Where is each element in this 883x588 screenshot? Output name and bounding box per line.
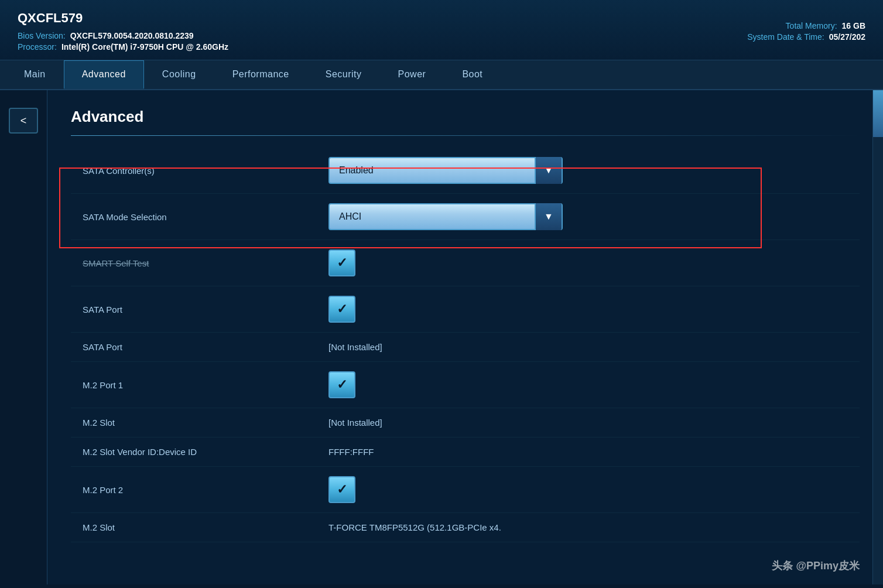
scrollbar-thumb[interactable] <box>873 90 883 137</box>
tab-power[interactable]: Power <box>380 60 444 89</box>
sata-controllers-label: SATA Controller(s) <box>71 166 328 176</box>
m2-slot-2-control: T-FORCE TM8FP5512G (512.1GB-PCIe x4. <box>328 522 860 532</box>
datetime-label: System Date & Time: <box>747 32 824 42</box>
sata-port-1-checkmark: ✓ <box>337 302 347 317</box>
tab-cooling[interactable]: Cooling <box>144 60 214 89</box>
setting-row-sata-port-1: SATA Port ✓ <box>71 286 860 333</box>
memory-value: 16 GB <box>842 21 865 30</box>
setting-row-m2-slot-1: M.2 Slot [Not Installed] <box>71 408 860 437</box>
tab-boot[interactable]: Boot <box>444 60 501 89</box>
tab-performance[interactable]: Performance <box>214 60 307 89</box>
sata-mode-value: AHCI <box>330 211 535 222</box>
main-content: < Advanced SATA Controller(s) Enabled ▼ … <box>0 90 883 584</box>
m2-port-1-label: M.2 Port 1 <box>71 380 328 390</box>
m2-slot-1-label: M.2 Slot <box>71 418 328 428</box>
smart-checkbox[interactable]: ✓ <box>328 249 355 276</box>
tab-advanced[interactable]: Advanced <box>64 60 144 89</box>
sata-port-1-control: ✓ <box>328 296 860 323</box>
memory-label: Total Memory: <box>786 21 837 30</box>
setting-row-smart: SMART Self Test ✓ <box>71 240 860 286</box>
m2-slot-2-label: M.2 Slot <box>71 522 328 532</box>
m2-slot-2-value: T-FORCE TM8FP5512G (512.1GB-PCIe x4. <box>328 522 501 532</box>
m2-port-1-checkbox[interactable]: ✓ <box>328 371 355 398</box>
sata-controllers-value: Enabled <box>330 165 535 176</box>
sidebar-nav: < <box>0 90 47 584</box>
setting-row-m2-vendor: M.2 Slot Vendor ID:Device ID FFFF:FFFF <box>71 437 860 467</box>
m2-port-2-label: M.2 Port 2 <box>71 485 328 495</box>
m2-port-1-checkmark: ✓ <box>337 377 347 392</box>
panel-title: Advanced <box>71 108 860 126</box>
setting-row-sata-mode: SATA Mode Selection AHCI ▼ <box>71 194 860 240</box>
datetime-value: 05/27/202 <box>829 32 865 42</box>
sata-mode-control: AHCI ▼ <box>328 203 860 230</box>
m2-slot-1-control: [Not Installed] <box>328 418 860 428</box>
sata-controllers-arrow[interactable]: ▼ <box>535 157 562 184</box>
settings-list: SATA Controller(s) Enabled ▼ SATA Mode S… <box>71 148 860 542</box>
m2-port-1-control: ✓ <box>328 371 860 398</box>
back-icon: < <box>20 115 27 127</box>
setting-row-sata-controllers: SATA Controller(s) Enabled ▼ <box>71 148 860 194</box>
smart-checkmark: ✓ <box>337 255 347 271</box>
m2-vendor-label: M.2 Slot Vendor ID:Device ID <box>71 447 328 457</box>
panel-divider <box>71 135 860 136</box>
sata-mode-arrow[interactable]: ▼ <box>535 203 562 230</box>
tab-main[interactable]: Main <box>6 60 64 89</box>
sata-port-2-label: SATA Port <box>71 342 328 352</box>
sata-port-1-label: SATA Port <box>71 305 328 314</box>
processor-label: Processor: <box>18 42 57 52</box>
bios-version-label: Bios Version: <box>18 31 66 40</box>
sata-mode-label: SATA Mode Selection <box>71 212 328 222</box>
sata-controllers-control: Enabled ▼ <box>328 157 860 184</box>
setting-row-sata-port-2: SATA Port [Not Installed] <box>71 333 860 362</box>
setting-row-m2-port-2: M.2 Port 2 ✓ <box>71 467 860 513</box>
watermark: 头条 @PPimy皮米 <box>772 559 860 573</box>
smart-label: SMART Self Test <box>71 258 328 268</box>
m2-slot-1-value: [Not Installed] <box>328 418 382 428</box>
setting-row-m2-port-1: M.2 Port 1 ✓ <box>71 362 860 408</box>
bios-title: QXCFL579 <box>18 11 228 26</box>
sata-controllers-dropdown[interactable]: Enabled ▼ <box>328 157 563 184</box>
sata-port-1-checkbox[interactable]: ✓ <box>328 296 355 323</box>
tab-security[interactable]: Security <box>307 60 380 89</box>
m2-port-2-checkmark: ✓ <box>337 482 347 497</box>
m2-vendor-control: FFFF:FFFF <box>328 447 860 457</box>
sata-port-2-value: [Not Installed] <box>328 342 382 352</box>
content-panel: Advanced SATA Controller(s) Enabled ▼ SA… <box>47 90 883 584</box>
back-button[interactable]: < <box>9 108 38 134</box>
sata-port-2-control: [Not Installed] <box>328 342 860 352</box>
smart-control: ✓ <box>328 249 860 276</box>
header: QXCFL579 Bios Version: QXCFL579.0054.202… <box>0 0 883 60</box>
setting-row-m2-slot-2: M.2 Slot T-FORCE TM8FP5512G (512.1GB-PCI… <box>71 513 860 542</box>
processor-value: Intel(R) Core(TM) i7-9750H CPU @ 2.60GHz <box>61 42 228 52</box>
m2-port-2-control: ✓ <box>328 476 860 503</box>
scrollbar[interactable] <box>872 90 883 584</box>
bios-version-value: QXCFL579.0054.2020.0810.2239 <box>70 31 194 40</box>
m2-port-2-checkbox[interactable]: ✓ <box>328 476 355 503</box>
m2-vendor-value: FFFF:FFFF <box>328 447 374 457</box>
nav-tabs: Main Advanced Cooling Performance Securi… <box>0 60 883 90</box>
sata-mode-dropdown[interactable]: AHCI ▼ <box>328 203 563 230</box>
